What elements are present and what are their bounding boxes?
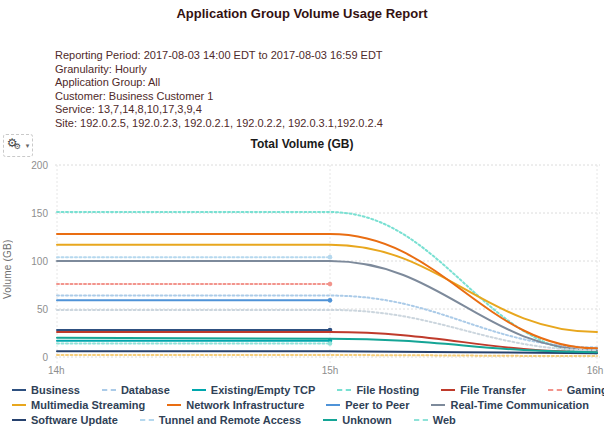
legend-swatch — [431, 404, 445, 406]
series-endpoint-dot — [328, 255, 333, 260]
legend-swatch — [337, 389, 351, 391]
page-title: Application Group Volume Usage Report — [0, 6, 604, 21]
legend-row: BusinessDatabaseExisting/Empty TCPFile H… — [12, 384, 598, 396]
legend-item-network-infrastructure: Network Infrastructure — [167, 399, 304, 411]
legend-label: Unknown — [342, 414, 392, 426]
legend-item-existing-empty-tcp: Existing/Empty TCP — [192, 384, 316, 396]
legend-swatch — [548, 389, 562, 391]
legend-label: Network Infrastructure — [186, 399, 304, 411]
legend-item-gaming: Gaming — [548, 384, 604, 396]
legend-item-software-update: Software Update — [12, 414, 118, 426]
legend-label: Multimedia Streaming — [31, 399, 145, 411]
legend-swatch — [167, 404, 181, 406]
legend-swatch — [326, 404, 340, 406]
series-endpoint-dot — [328, 282, 333, 287]
series-endpoint-dot — [328, 341, 333, 346]
legend-item-unknown: Unknown — [323, 414, 392, 426]
legend-label: Database — [121, 384, 170, 396]
legend-swatch — [140, 419, 154, 421]
legend-item-multimedia-streaming: Multimedia Streaming — [12, 399, 145, 411]
legend-item-business: Business — [12, 384, 80, 396]
volume-line-chart: 05010015020014h15h16h — [0, 155, 604, 379]
legend-item-peer-to-peer: Peer to Peer — [326, 399, 409, 411]
legend-swatch — [441, 389, 455, 391]
y-tick-label: 100 — [31, 256, 48, 267]
legend-label: File Transfer — [460, 384, 525, 396]
y-tick-label: 150 — [31, 208, 48, 219]
report-info: Reporting Period: 2017-08-03 14:00 EDT t… — [55, 49, 383, 130]
x-tick-label: 14h — [48, 365, 65, 376]
legend-swatch — [192, 389, 206, 391]
legend-swatch — [12, 404, 26, 406]
legend-swatch — [12, 419, 26, 421]
y-tick-label: 50 — [37, 304, 49, 315]
legend-swatch — [12, 389, 26, 391]
y-tick-label: 200 — [31, 160, 48, 171]
series-line-software-update — [57, 351, 597, 353]
legend-label: Business — [31, 384, 80, 396]
legend-label: File Hosting — [356, 384, 419, 396]
legend-item-real-time-communication: Real-Time Communication — [431, 399, 589, 411]
legend-row: Multimedia StreamingNetwork Infrastructu… — [12, 399, 598, 411]
legend-label: Software Update — [31, 414, 118, 426]
legend-label: Web — [433, 414, 456, 426]
legend-swatch — [414, 419, 428, 421]
report-info-customer: Customer: Business Customer 1 — [55, 90, 383, 104]
report-info-service: Service: 13,7,14,8,10,17,3,9,4 — [55, 103, 383, 117]
legend-swatch — [102, 389, 116, 391]
legend-swatch — [323, 419, 337, 421]
legend-item-file-hosting: File Hosting — [337, 384, 419, 396]
x-tick-label: 16h — [587, 365, 604, 376]
legend-label: Tunnel and Remote Access — [159, 414, 301, 426]
chart-legend: BusinessDatabaseExisting/Empty TCPFile H… — [12, 384, 598, 429]
report-page: Application Group Volume Usage Report Re… — [0, 0, 604, 430]
report-info-granularity: Granularity: Hourly — [55, 63, 383, 77]
legend-label: Existing/Empty TCP — [211, 384, 316, 396]
report-info-site: Site: 192.0.2.5, 192.0.2.3, 192.0.2.1, 1… — [55, 117, 383, 131]
report-info-application-group: Application Group: All — [55, 76, 383, 90]
legend-label: Real-Time Communication — [450, 399, 589, 411]
legend-item-file-transfer: File Transfer — [441, 384, 525, 396]
chart-title: Total Volume (GB) — [0, 137, 604, 151]
legend-label: Peer to Peer — [345, 399, 409, 411]
legend-item-web: Web — [414, 414, 456, 426]
legend-row: Software UpdateTunnel and Remote AccessU… — [12, 414, 598, 426]
legend-item-tunnel-and-remote-access: Tunnel and Remote Access — [140, 414, 301, 426]
y-tick-label: 0 — [42, 352, 48, 363]
legend-label: Gaming — [567, 384, 604, 396]
series-line-mail — [57, 355, 597, 356]
report-info-reporting-period: Reporting Period: 2017-08-03 14:00 EDT t… — [55, 49, 383, 63]
series-endpoint-dot — [328, 298, 333, 303]
legend-item-database: Database — [102, 384, 170, 396]
x-tick-label: 15h — [322, 365, 339, 376]
